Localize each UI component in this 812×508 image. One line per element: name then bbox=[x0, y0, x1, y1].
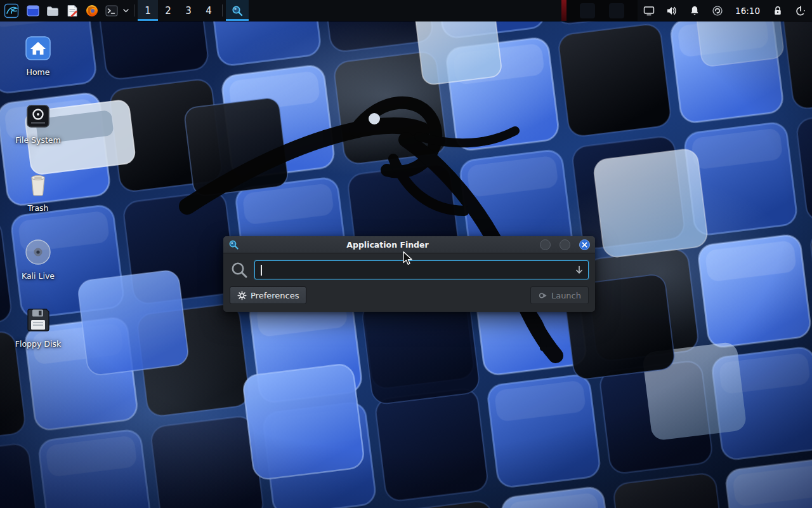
preferences-button[interactable]: Preferences bbox=[230, 286, 306, 304]
workspace-2-label: 2 bbox=[165, 5, 171, 17]
lock-screen-button[interactable] bbox=[766, 0, 789, 21]
launch-label: Launch bbox=[551, 291, 581, 300]
power-button[interactable] bbox=[789, 0, 812, 21]
updates-icon bbox=[712, 5, 723, 17]
launcher-file-manager[interactable] bbox=[43, 0, 62, 21]
volume-icon bbox=[666, 5, 678, 17]
display-icon bbox=[643, 5, 655, 17]
desktop-icon-kali-live[interactable]: Kali Live bbox=[8, 237, 69, 281]
kali-live-icon bbox=[23, 237, 53, 267]
sensor-bar[interactable] bbox=[561, 0, 566, 21]
gear-icon bbox=[237, 291, 247, 300]
desktop-icon-label: Kali Live bbox=[22, 272, 55, 281]
dropdown-arrow-icon[interactable] bbox=[574, 265, 584, 275]
desktop[interactable]: 1 2 3 4 bbox=[0, 0, 812, 508]
desktop-icon-label: Floppy Disk bbox=[15, 340, 61, 349]
launcher-firefox[interactable] bbox=[82, 0, 102, 21]
workspace-2[interactable]: 2 bbox=[158, 0, 178, 21]
search-icon bbox=[230, 260, 249, 279]
top-panel: 1 2 3 4 bbox=[0, 0, 812, 21]
floppy-disk-icon bbox=[23, 305, 53, 335]
launch-button[interactable]: Launch bbox=[530, 286, 589, 304]
folder-icon bbox=[46, 4, 60, 18]
window-icon bbox=[26, 4, 40, 18]
search-input-wrap bbox=[254, 260, 589, 279]
notifications-icon bbox=[689, 5, 700, 17]
search-input[interactable] bbox=[262, 265, 575, 275]
workspace-4[interactable]: 4 bbox=[199, 0, 219, 21]
tray-hidden-icon[interactable] bbox=[580, 3, 595, 18]
desktop-icon-file-system[interactable]: File System bbox=[8, 101, 69, 145]
panel-separator bbox=[222, 4, 223, 17]
kali-menu-icon bbox=[4, 3, 19, 18]
close-icon bbox=[582, 242, 587, 248]
desktop-icon-label: Trash bbox=[27, 204, 48, 213]
lock-icon bbox=[772, 5, 783, 17]
workspace-3-label: 3 bbox=[185, 5, 192, 17]
panel-separator bbox=[134, 4, 134, 17]
power-icon bbox=[795, 5, 806, 17]
display-tray-button[interactable] bbox=[638, 0, 660, 21]
close-button[interactable] bbox=[579, 239, 590, 250]
window-title: Application Finder bbox=[244, 240, 531, 250]
clock[interactable]: 16:10 bbox=[729, 0, 766, 21]
home-icon bbox=[23, 33, 53, 64]
updates-tray-button[interactable] bbox=[706, 0, 729, 21]
workspace-1-label: 1 bbox=[145, 5, 151, 17]
minimize-button[interactable] bbox=[540, 239, 551, 250]
system-graph-widget[interactable] bbox=[566, 0, 638, 21]
launch-icon bbox=[538, 291, 547, 300]
chevron-down-icon bbox=[122, 7, 129, 14]
maximize-button[interactable] bbox=[560, 239, 570, 250]
workspace-1[interactable]: 1 bbox=[138, 0, 158, 21]
volume-tray-button[interactable] bbox=[660, 0, 683, 21]
preferences-label: Preferences bbox=[251, 291, 299, 300]
button-row: Preferences Launch bbox=[230, 286, 589, 304]
window-app-icon[interactable] bbox=[228, 239, 239, 250]
panel-right: 16:10 bbox=[561, 0, 812, 21]
workspace-3[interactable]: 3 bbox=[178, 0, 199, 21]
desktop-icon-trash[interactable]: Trash bbox=[8, 169, 69, 213]
launcher-window[interactable] bbox=[23, 0, 43, 21]
workspace-4-label: 4 bbox=[206, 5, 212, 17]
launcher-terminal[interactable] bbox=[102, 0, 121, 21]
file-system-icon bbox=[23, 101, 53, 131]
taskbar-application-finder[interactable] bbox=[226, 0, 249, 21]
notifications-tray-button[interactable] bbox=[683, 0, 706, 21]
terminal-icon bbox=[105, 4, 119, 18]
launcher-text-editor[interactable] bbox=[62, 0, 82, 21]
desktop-icon-home[interactable]: Home bbox=[8, 33, 69, 77]
trash-icon bbox=[23, 169, 53, 199]
desktop-icon-floppy-disk[interactable]: Floppy Disk bbox=[8, 305, 69, 349]
app-finder-icon bbox=[231, 4, 244, 17]
desktop-icon-label: Home bbox=[27, 68, 50, 77]
desktop-icon-label: File System bbox=[15, 136, 61, 145]
tray-hidden-icon[interactable] bbox=[609, 3, 624, 18]
document-icon bbox=[65, 4, 79, 18]
clock-label: 16:10 bbox=[735, 6, 760, 16]
launcher-dropdown-button[interactable] bbox=[121, 0, 131, 21]
application-finder-window: Application Finder bbox=[223, 236, 595, 312]
firefox-icon bbox=[85, 4, 99, 18]
panel-left: 1 2 3 4 bbox=[0, 0, 249, 21]
kali-menu-button[interactable] bbox=[0, 0, 23, 21]
mouse-cursor bbox=[402, 251, 416, 266]
